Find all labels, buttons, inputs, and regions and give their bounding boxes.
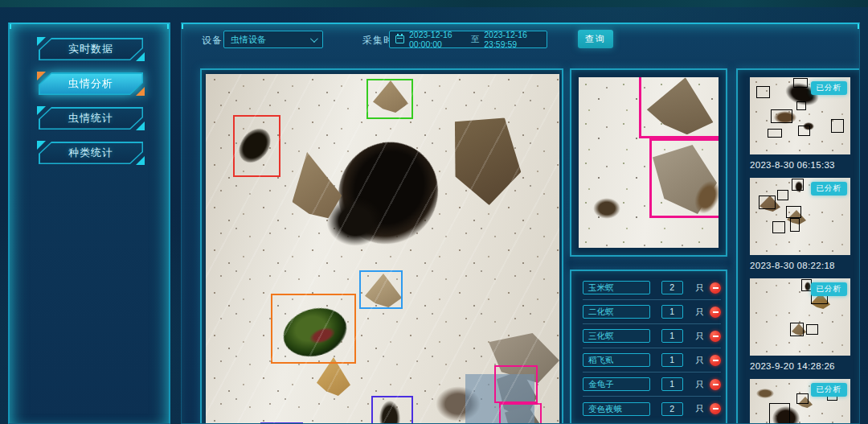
query-button[interactable]: 查询 [578, 30, 613, 48]
thumb-detection-box [792, 179, 804, 191]
pest-monitoring-screen: 实时数据 虫情分析 虫情统计 种类统计 设备 虫情设备 采集时 [0, 0, 868, 424]
history-thumbnail[interactable]: 已分析 [750, 278, 850, 356]
detection-box[interactable] [494, 365, 538, 403]
history-item: 已分析 2023-8-30 06:15:33 [750, 77, 860, 170]
unit-label: 只 [696, 403, 705, 414]
analyzed-badge: 已分析 [811, 383, 848, 397]
device-select[interactable]: 虫情设备 [223, 31, 323, 48]
thumb-detection-box [790, 218, 800, 232]
main-panel: 设备 虫情设备 采集时间 2023-12-16 00:00:00 至 2023-… [181, 23, 860, 424]
analyzed-badge: 已分析 [811, 81, 848, 95]
sidebar-item-pest-analysis[interactable]: 虫情分析 [39, 72, 143, 95]
corner-bracket [837, 23, 860, 29]
remove-row-button[interactable] [710, 355, 721, 366]
detection-row: 三化螟 1 只 [583, 324, 721, 348]
sidebar-item-realtime-data[interactable]: 实时数据 [39, 38, 143, 60]
history-timestamp: 2023-8-30 06:15:33 [750, 160, 860, 170]
sidebar-item-pest-statistics[interactable]: 虫情统计 [39, 107, 143, 130]
zoom-detail-photo [579, 77, 719, 248]
unit-label: 只 [696, 331, 705, 342]
thumb-detection-box [759, 196, 776, 209]
thumb-detection-box [769, 403, 790, 424]
detection-row: 金龟子 1 只 [583, 373, 721, 397]
detection-row: 变色夜蛾 2 只 [583, 397, 721, 421]
chevron-down-icon [310, 35, 318, 43]
detection-box[interactable] [359, 270, 403, 309]
detection-row: 稻飞虱 1 只 [583, 348, 721, 373]
device-label: 设备 [202, 34, 223, 47]
count-input[interactable]: 1 [661, 329, 683, 343]
species-name-input[interactable]: 三化螟 [583, 329, 650, 343]
history-timestamp: 2023-8-30 08:22:18 [750, 261, 860, 270]
detection-box[interactable] [233, 115, 280, 177]
history-item: 已分析 2023-9-20 14:28:26 [750, 278, 860, 371]
top-strip [0, 0, 868, 7]
sidebar-item-label: 虫情分析 [40, 74, 142, 94]
unit-label: 只 [696, 379, 705, 390]
detail-detection-box[interactable] [649, 138, 719, 218]
count-input[interactable]: 2 [661, 281, 683, 294]
thumb-detection-box [786, 206, 801, 218]
date-range-input[interactable]: 2023-12-16 00:00:00 至 2023-12-16 23:59:5… [389, 31, 547, 48]
history-timestamp: 2023-9-20 14:28:26 [750, 361, 860, 371]
thumb-detection-box [793, 78, 808, 88]
history-item: 已分析 2023-8-30 08:22:18 [750, 178, 860, 270]
history-item: 已分析 [750, 379, 860, 424]
species-name-input[interactable]: 金龟子 [583, 377, 650, 391]
device-select-value: 虫情设备 [231, 34, 310, 46]
species-name-input[interactable]: 变色夜蛾 [583, 402, 650, 416]
toolbar: 设备 虫情设备 采集时间 2023-12-16 00:00:00 至 2023-… [182, 30, 859, 52]
unit-label: 只 [696, 307, 705, 318]
species-name-input[interactable]: 二化螟 [583, 305, 650, 319]
count-input[interactable]: 1 [661, 353, 683, 367]
sidebar-item-species-statistics[interactable]: 种类统计 [39, 142, 143, 164]
remove-row-button[interactable] [710, 403, 721, 414]
corner-bracket [147, 23, 170, 29]
analyzed-image-panel [200, 68, 563, 424]
detection-row: 二化螟 1 只 [583, 300, 721, 324]
analyzed-photo [206, 74, 559, 424]
detection-row: 玉米螟 2 只 [583, 276, 721, 300]
detection-box[interactable] [371, 396, 413, 424]
detection-box[interactable] [499, 403, 542, 424]
date-end-value: 2023-12-16 23:59:59 [484, 30, 541, 49]
detection-box[interactable] [366, 79, 413, 119]
detection-list-panel: 玉米螟 2 只 二化螟 1 只 三化螟 1 只 稻飞虱 1 只 [570, 270, 727, 424]
history-thumbnail[interactable]: 已分析 [750, 77, 850, 154]
insect-shape [593, 198, 620, 219]
remove-row-button[interactable] [710, 379, 721, 390]
remove-row-button[interactable] [710, 307, 721, 318]
thumb-detection-box [772, 221, 785, 233]
thumb-detection-box [831, 119, 844, 133]
analyzed-badge: 已分析 [811, 182, 848, 196]
date-separator: 至 [471, 34, 480, 45]
sidebar-item-label: 实时数据 [40, 39, 142, 60]
remove-row-button[interactable] [710, 282, 721, 294]
calendar-icon [395, 35, 404, 43]
count-input[interactable]: 1 [661, 377, 683, 391]
count-input[interactable]: 1 [661, 305, 683, 319]
thumb-detection-box [771, 109, 792, 123]
thumb-detection-box [806, 324, 818, 335]
remove-row-button[interactable] [710, 331, 721, 342]
corner-bracket [9, 23, 31, 29]
detection-box[interactable] [271, 294, 356, 364]
history-panel[interactable]: 已分析 2023-8-30 06:15:33 已分析 [736, 68, 860, 424]
corner-bracket [181, 23, 203, 29]
history-thumbnail[interactable]: 已分析 [750, 178, 850, 255]
sidebar-item-label: 虫情统计 [40, 109, 142, 129]
thumb-detection-box [798, 126, 810, 136]
thumb-detection-box [790, 323, 804, 336]
insect-shape [437, 106, 533, 211]
thumb-detection-box [796, 101, 806, 110]
sidebar: 实时数据 虫情分析 虫情统计 种类统计 [8, 23, 170, 424]
sidebar-item-label: 种类统计 [40, 143, 142, 163]
unit-label: 只 [696, 282, 705, 294]
count-input[interactable]: 2 [661, 402, 683, 416]
thumb-detection-box [756, 86, 770, 98]
species-name-input[interactable]: 稻飞虱 [583, 353, 650, 367]
species-name-input[interactable]: 玉米螟 [583, 281, 650, 294]
detail-detection-box[interactable] [639, 77, 719, 138]
history-thumbnail[interactable]: 已分析 [750, 379, 850, 424]
thumb-detection-box [768, 129, 782, 138]
